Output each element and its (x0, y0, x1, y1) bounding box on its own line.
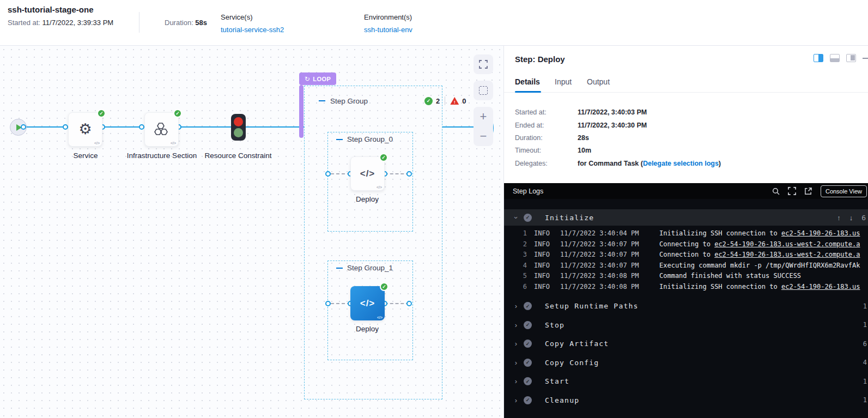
detail-value: for Command Task (Delegate selection log… (578, 160, 861, 167)
success-badge-icon: ✓ (380, 282, 389, 291)
dashed-edge (385, 173, 409, 174)
active-tab-underline (515, 91, 541, 93)
success-badge-icon: ✓ (97, 109, 106, 118)
log-section-copy-config[interactable]: › ✓ Copy Config 4 (504, 353, 868, 372)
search-icon[interactable] (772, 187, 780, 196)
section-count: 6 (863, 340, 867, 348)
chevron-right-icon: › (513, 359, 519, 367)
panel-tabs: Details Input Output (504, 76, 868, 93)
fit-to-screen-button[interactable] (474, 54, 493, 74)
section-name: Copy Config (545, 359, 599, 367)
delegate-selection-logs-link[interactable]: Delegate selection logs (643, 160, 719, 167)
delegates-suffix: ) (719, 160, 721, 167)
line-link[interactable]: ec2-54-190-26-183.us-west-2.compute.a (714, 240, 860, 248)
port (63, 124, 68, 130)
started-value: 11/7/2022, 3:39:33 PM (40, 19, 113, 27)
chevron-right-icon: › (513, 340, 519, 348)
detail-label: Started at: (515, 108, 575, 116)
detail-label: Ended at: (515, 122, 575, 129)
port (139, 124, 144, 130)
tab-input[interactable]: Input (555, 77, 572, 86)
log-line: 5 INFO 11/7/2022 3:40:08 PM Command fini… (504, 272, 868, 283)
section-name: Initialize (545, 214, 594, 222)
code-mini-icon: </> (377, 185, 382, 189)
layout-right-icon[interactable] (846, 54, 856, 62)
log-section-copy-artifact[interactable]: › ✓ Copy Artifact 6 (504, 335, 868, 354)
section-success-icon: ✓ (524, 321, 532, 329)
step-details-panel: Step: Deploy Details Input Output Starte… (504, 46, 868, 418)
environments-block: Environment(s) ssh-tutorial-env (364, 13, 412, 34)
log-line: 4 INFO 11/7/2022 3:40:07 PM Executing co… (504, 262, 868, 272)
zoom-in-button[interactable]: + (480, 111, 487, 123)
scroll-bottom-icon[interactable]: ↓ (849, 214, 853, 222)
line-number: 1 (513, 229, 527, 237)
zoom-out-button[interactable]: − (480, 130, 487, 142)
loop-badge: ↻ LOOP (299, 72, 336, 85)
line-link[interactable]: ec2-54-190-26-183.us (781, 283, 860, 290)
log-section-cleanup[interactable]: › ✓ Cleanup 1 (504, 391, 868, 410)
layout-bottom-icon[interactable] (830, 54, 840, 62)
line-number: 3 (513, 251, 527, 258)
environments-label: Environment(s) (364, 13, 412, 21)
loop-label: LOOP (313, 76, 331, 82)
line-time: 11/7/2022 3:40:08 PM (560, 272, 639, 280)
step-group-1-header: Step Group_1 (336, 264, 393, 272)
marquee-icon (479, 86, 488, 95)
line-message: Connecting to ec2-54-190-26-183.us-west-… (659, 240, 860, 248)
node-service[interactable]: ⚙ </> ✓ (68, 112, 102, 147)
section-name: Start (545, 377, 569, 385)
section-count: 1 (863, 302, 867, 310)
tab-output[interactable]: Output (587, 77, 610, 86)
tab-details[interactable]: Details (515, 77, 540, 86)
line-link[interactable]: ec2-54-190-26-183.us (781, 229, 860, 237)
log-section-initialize[interactable]: › ✓ Initialize ↑ ↓ 6 (504, 209, 868, 226)
line-message: Command finished with status SUCCESS (659, 272, 801, 280)
collapse-icon[interactable] (336, 268, 343, 269)
line-level: INFO (534, 229, 550, 237)
services-block: Service(s) tutorial-service-ssh2 (221, 13, 284, 34)
node-deploy-1-selected[interactable]: </> </> ✓ (350, 286, 385, 320)
stage-title: ssh-tutorial-stage-one (8, 5, 94, 14)
port (406, 301, 412, 306)
step-group-badges: ✓ 2 ! 0 (424, 96, 466, 105)
duration-label: Duration: (165, 19, 193, 27)
chevron-right-icon: › (513, 302, 519, 310)
marquee-select-button[interactable] (474, 81, 493, 100)
section-success-icon: ✓ (524, 396, 532, 404)
log-section-setup-runtime-paths[interactable]: › ✓ Setup Runtime Paths 1 (504, 297, 868, 316)
detail-label: Duration: (515, 134, 575, 142)
minimize-icon[interactable] (863, 58, 868, 59)
section-name: Stop (545, 321, 564, 329)
collapse-icon[interactable] (319, 100, 325, 101)
edge (102, 126, 144, 128)
scroll-top-icon[interactable]: ↑ (837, 214, 841, 222)
log-section-stop[interactable]: › ✓ Stop 1 (504, 316, 868, 335)
port (406, 171, 412, 177)
expand-logs-icon[interactable] (788, 187, 797, 196)
section-name: Setup Runtime Paths (545, 302, 639, 310)
pipeline-canvas[interactable]: ⚙ </> ✓ Service </> ✓ Infrastructure Sec… (0, 46, 504, 418)
node-resource-constraint[interactable] (231, 114, 246, 141)
detail-label: Timeout: (515, 147, 575, 154)
collapse-icon[interactable] (336, 139, 343, 140)
line-message: Executing command mkdir -p /tmp/QWrdHfIQ… (659, 262, 860, 269)
node-infrastructure[interactable]: </> ✓ (144, 112, 179, 147)
layout-split-right-icon[interactable] (814, 54, 823, 62)
console-view-button[interactable]: Console View (821, 185, 867, 197)
line-level: INFO (534, 251, 550, 258)
started-label: Started at: (8, 19, 40, 27)
open-external-icon[interactable] (804, 187, 813, 196)
badge-divider (445, 96, 445, 105)
line-number: 4 (513, 262, 527, 269)
line-link[interactable]: ec2-54-190-26-183.us-west-2.compute.a (714, 251, 860, 258)
service-link[interactable]: tutorial-service-ssh2 (221, 26, 284, 34)
log-section-start[interactable]: › ✓ Start 1 (504, 372, 868, 391)
environment-link[interactable]: ssh-tutorial-env (364, 26, 412, 34)
warning-triangle-icon: ! (450, 97, 459, 105)
collapsed-log-sections: › ✓ Setup Runtime Paths 1 › ✓ Stop 1 › ✓… (504, 297, 868, 410)
line-message: Initializing SSH connection to ec2-54-19… (659, 229, 860, 237)
node-deploy-0[interactable]: </> </> ✓ (350, 156, 385, 191)
line-level: INFO (534, 283, 550, 290)
detail-value: 10m (578, 147, 861, 154)
panel-title: Step: Deploy (515, 54, 565, 64)
